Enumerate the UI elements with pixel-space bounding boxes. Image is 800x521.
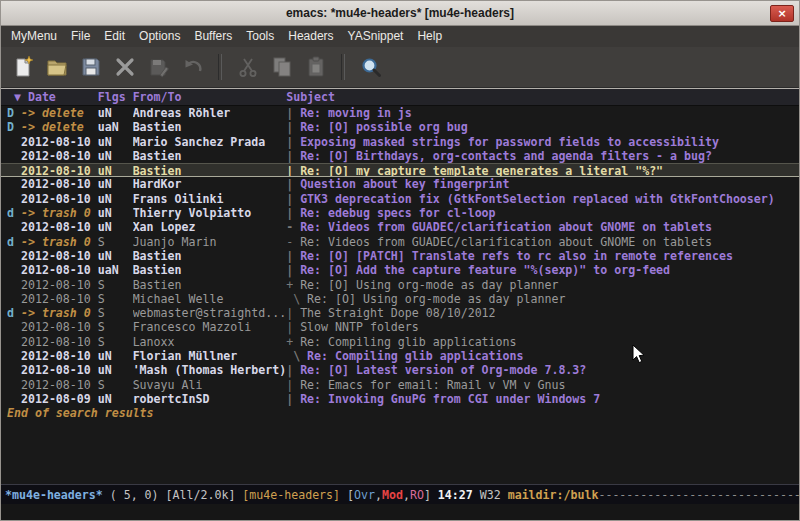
row-from: Suvayu Ali	[133, 378, 287, 392]
row-subject: Re: Videos from GUADEC/clarification abo…	[300, 235, 799, 249]
menu-file[interactable]: File	[64, 26, 97, 47]
row-from: Michael Welle	[133, 292, 287, 306]
row-date-cell: D -> delete	[7, 120, 98, 134]
copy-icon[interactable]	[266, 52, 297, 83]
row-subject: Re: Invoking GnuPG from CGI under Window…	[300, 392, 799, 406]
message-row[interactable]: 2012-08-10 S Lanoxx + Re: Compiling glib…	[1, 335, 799, 349]
row-thread-char: |	[286, 378, 293, 392]
row-thread-char: \	[286, 349, 300, 363]
column-header-subject[interactable]: Subject	[286, 90, 335, 104]
row-from: Thierry Volpiatto	[133, 206, 287, 220]
row-thread-char: |	[286, 192, 293, 206]
new-file-icon[interactable]	[7, 52, 38, 83]
minibuffer[interactable]	[1, 504, 799, 520]
message-row[interactable]: d -> trash 0 uN Thierry Volpiatto | Re: …	[1, 206, 799, 220]
menu-headers[interactable]: Headers	[281, 26, 340, 47]
row-from: Andreas Röhler	[133, 106, 287, 120]
row-flags: S	[98, 378, 133, 392]
row-from: Bastien	[133, 164, 287, 176]
row-subject: Re: Videos from GUADEC/clarification abo…	[300, 220, 799, 234]
message-row[interactable]: d -> trash 0 S Juanjo Marin - Re: Videos…	[1, 235, 799, 249]
row-thread-char: |	[286, 392, 293, 406]
row-from: Juanjo Marin	[133, 235, 287, 249]
row-date-cell: 2012-08-10	[7, 335, 98, 349]
message-row[interactable]: 2012-08-09 uN robertcInSD | Re: Invoking…	[1, 392, 799, 406]
mark-char: d	[7, 235, 14, 249]
row-thread-char: +	[286, 278, 293, 292]
paste-icon[interactable]	[300, 52, 331, 83]
message-row[interactable]: 2012-08-10 uaN Bastien | Re: [O] Add the…	[1, 263, 799, 277]
row-flags: uaN	[98, 120, 133, 134]
row-flags: uN	[98, 220, 133, 234]
column-header-date[interactable]: ▼ Date	[7, 90, 98, 104]
row-from: robertcInSD	[133, 392, 287, 406]
modeline-folder: maildir:/bulk	[508, 488, 599, 502]
message-row[interactable]: 2012-08-10 uN Bastien | Re: [O] my captu…	[1, 163, 799, 177]
row-flags: S	[98, 292, 133, 306]
message-row[interactable]: 2012-08-10 uN Mario Sanchez Prada | Expo…	[1, 135, 799, 149]
row-thread-char: |	[286, 149, 293, 163]
row-from: Francesco Mazzoli	[133, 320, 287, 334]
row-thread-char: |	[286, 249, 293, 263]
message-row[interactable]: 2012-08-10 uN HardKor | Question about k…	[1, 177, 799, 191]
save-as-icon[interactable]	[143, 52, 174, 83]
row-date-cell: 2012-08-09	[7, 392, 98, 406]
message-row[interactable]: 2012-08-10 S Michael Welle \ Re: [O] Usi…	[1, 292, 799, 306]
message-row[interactable]: 2012-08-10 uN Frans Oilinki | GTK3 depre…	[1, 192, 799, 206]
save-buffer-icon[interactable]	[75, 52, 106, 83]
message-row[interactable]: 2012-08-10 uN Bastien | Re: [O] [PATCH] …	[1, 249, 799, 263]
menu-buffers[interactable]: Buffers	[187, 26, 239, 47]
message-row[interactable]: 2012-08-10 uN 'Mash (Thomas Herbert) | R…	[1, 363, 799, 377]
column-header-flags[interactable]: Flgs	[98, 90, 133, 104]
row-flags: S	[98, 278, 133, 292]
message-row[interactable]: 2012-08-10 uN Bastien | Re: [O] Birthday…	[1, 149, 799, 163]
cut-icon[interactable]	[232, 52, 263, 83]
menu-help[interactable]: Help	[410, 26, 449, 47]
row-subject: Re: Compiling glib applications	[300, 335, 799, 349]
row-from: Bastien	[133, 249, 287, 263]
row-subject: Re: [O] Latest version of Org-mode 7.8.3…	[300, 363, 799, 377]
search-icon[interactable]	[355, 52, 386, 83]
row-from: Lanoxx	[133, 335, 287, 349]
message-row[interactable]: D -> delete uaN Bastien | Re: [O] possib…	[1, 120, 799, 134]
menu-options[interactable]: Options	[132, 26, 187, 47]
menu-mymenu[interactable]: MyMenu	[4, 26, 64, 47]
row-date-cell: 2012-08-10	[7, 135, 98, 149]
modeline-ro-flag: RO	[410, 488, 424, 502]
row-flags: uN	[98, 249, 133, 263]
undo-icon[interactable]	[177, 52, 208, 83]
row-subject: Exposing masked strings for password fie…	[300, 135, 799, 149]
row-subject: Re: Emacs for email: Rmail v VM v Gnus	[300, 378, 799, 392]
menubar: MyMenuFileEditOptionsBuffersToolsHeaders…	[1, 26, 799, 47]
mark-char: D	[7, 120, 14, 134]
row-from: 'Mash (Thomas Herbert)	[133, 363, 287, 377]
row-date-cell: 2012-08-10	[7, 278, 98, 292]
menu-edit[interactable]: Edit	[97, 26, 132, 47]
row-flags: uN	[98, 164, 133, 176]
message-row[interactable]: 2012-08-10 uN Florian Müllner \ Re: Comp…	[1, 349, 799, 363]
titlebar[interactable]: emacs: *mu4e-headers* [mu4e-headers] ×	[1, 1, 799, 26]
row-from: HardKor	[133, 177, 287, 191]
row-flags: uN	[98, 363, 133, 377]
row-subject: GTK3 deprecation fix (GtkFontSelection r…	[300, 192, 799, 206]
column-header-from[interactable]: From/To	[133, 90, 287, 104]
row-date-cell: 2012-08-10	[7, 149, 98, 163]
emacs-window: emacs: *mu4e-headers* [mu4e-headers] × M…	[0, 0, 800, 521]
end-of-results: End of search results	[1, 406, 799, 420]
message-row[interactable]: 2012-08-10 S Francesco Mazzoli | Slow NN…	[1, 320, 799, 334]
kill-buffer-icon[interactable]	[109, 52, 140, 83]
close-button[interactable]: ×	[770, 5, 794, 22]
menu-tools[interactable]: Tools	[239, 26, 281, 47]
row-date-cell: 2012-08-10	[7, 249, 98, 263]
row-thread-char: |	[286, 164, 293, 176]
message-row[interactable]: d -> trash 0 S webmaster@straightd... | …	[1, 306, 799, 320]
menu-yasnippet[interactable]: YASnippet	[341, 26, 411, 47]
message-row[interactable]: D -> delete uN Andreas Röhler | Re: movi…	[1, 106, 799, 120]
row-thread-char: |	[286, 106, 293, 120]
row-flags: uN	[98, 106, 133, 120]
message-row[interactable]: 2012-08-10 S Bastien + Re: [O] Using org…	[1, 278, 799, 292]
message-row[interactable]: 2012-08-10 uN Xan Lopez - Re: Videos fro…	[1, 220, 799, 234]
open-file-icon[interactable]	[41, 52, 72, 83]
message-row[interactable]: 2012-08-10 S Suvayu Ali | Re: Emacs for …	[1, 378, 799, 392]
row-flags: uN	[98, 206, 133, 220]
